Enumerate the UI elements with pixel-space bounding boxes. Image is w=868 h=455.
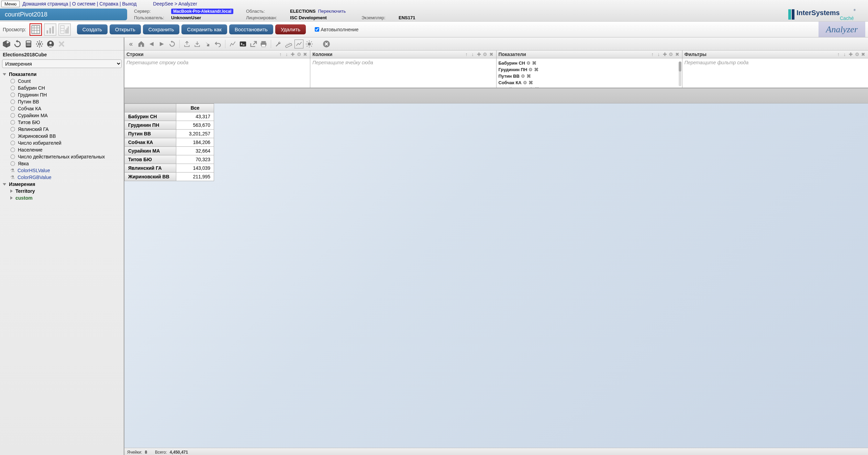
forward-icon[interactable]: ► (157, 40, 166, 48)
pivot-col-header[interactable]: Все (176, 104, 214, 112)
tree-measure-item[interactable]: Число действительных избирательных (0, 153, 124, 160)
tree-measure-item[interactable]: Count (0, 78, 124, 85)
save-button[interactable]: Сохранить (143, 24, 180, 34)
pivot-cell[interactable]: 70,323 (176, 155, 214, 164)
tree-measure-item[interactable]: Явка (0, 160, 124, 167)
pivot-cell[interactable]: 211,995 (176, 173, 214, 181)
tree-measure-item[interactable]: Население (0, 146, 124, 153)
menu-button[interactable]: Меню (1, 1, 20, 7)
pivot-row-header[interactable]: Жириновский ВВ (125, 173, 176, 181)
dz-measure-item[interactable]: Собчак КА ⚙ ✖ (499, 79, 680, 86)
pivot-cell[interactable]: 32,664 (176, 147, 214, 155)
autorun-checkbox[interactable] (315, 27, 319, 32)
sort-down-icon[interactable]: ↓ (842, 52, 847, 57)
dz-measure-item[interactable]: Бабурин СН ⚙ ✖ (499, 60, 680, 66)
switch-ns-link[interactable]: Переключить (318, 9, 346, 14)
view-chart-icon[interactable] (44, 23, 56, 36)
user-icon[interactable] (46, 40, 55, 48)
tree-measure-item[interactable]: Явлинский ГА (0, 126, 124, 133)
pivot-cell[interactable]: 3,201,257 (176, 130, 214, 138)
dz-measure-item[interactable]: Сурайкин МА ⚙ ✖ (499, 86, 680, 88)
dz-filters[interactable]: Фильтры ↑ ↓ ✚ ⚙ ✖ Перетащите фильтр сюда (682, 51, 868, 88)
view-table-icon[interactable] (30, 23, 42, 36)
sort-up-icon[interactable]: ↑ (836, 52, 841, 57)
gear-icon[interactable]: ⚙ (296, 52, 302, 57)
tree-measure-item[interactable]: Число избирателей (0, 140, 124, 146)
saveas-button[interactable]: Сохранить как (181, 24, 227, 34)
create-button[interactable]: Создать (77, 24, 108, 34)
link-about[interactable]: О системе (72, 1, 96, 7)
remove-icon[interactable]: ✖ (489, 52, 494, 57)
tree-measure-item[interactable]: Путин ВВ (0, 98, 124, 105)
cube-icon[interactable] (2, 40, 11, 48)
gear-icon[interactable]: ⚙ (482, 52, 488, 57)
back-icon[interactable]: ◄ (147, 40, 156, 48)
remove-icon[interactable]: ✖ (535, 86, 539, 88)
trend-icon[interactable] (294, 40, 303, 48)
remove-icon[interactable]: ✖ (534, 66, 538, 73)
gear-icon[interactable]: ⚙ (528, 67, 533, 72)
tree-measure-item[interactable]: ⚗ColorHSLValue (0, 167, 124, 174)
tree-measure-item[interactable]: Сурайкин МА (0, 112, 124, 119)
pivot-cell[interactable]: 563,670 (176, 121, 214, 130)
tree-measure-item[interactable]: ⚗ColorRGBValue (0, 174, 124, 181)
drill-icon[interactable] (203, 40, 212, 48)
undo-icon[interactable] (213, 40, 222, 48)
sun-icon[interactable] (305, 40, 314, 48)
chart-line-icon[interactable] (228, 40, 237, 48)
pivot-row-header[interactable]: Собчак КА (125, 138, 176, 147)
gear-icon[interactable]: ⚙ (854, 52, 860, 57)
tree-measure-item[interactable]: Грудинин ПН (0, 91, 124, 98)
sort-up-icon[interactable]: ↑ (464, 52, 469, 57)
tree-measure-item[interactable]: Бабурин СН (0, 85, 124, 91)
delete-button[interactable]: Удалить (275, 24, 306, 34)
sort-up-icon[interactable]: ↑ (278, 52, 283, 57)
dimension-select[interactable]: Измерения (2, 59, 122, 68)
autorun-checkbox-wrap[interactable]: Автовыполнение (315, 27, 358, 32)
gear-icon[interactable]: ⚙ (521, 74, 525, 79)
dz-measure-item[interactable]: Грудинин ПН ⚙ ✖ (499, 66, 680, 73)
tree-measures-root[interactable]: Показатели (0, 71, 124, 78)
link-exit[interactable]: Выход (122, 1, 137, 7)
add-icon[interactable]: ✚ (848, 52, 854, 57)
gear-icon[interactable] (35, 40, 44, 48)
ruler-icon[interactable] (284, 40, 293, 48)
dz-measures[interactable]: Показатели ↑ ↓ ✚ ⚙ ✖ Бабурин СН ⚙ ✖Груди… (497, 51, 682, 88)
reload-icon[interactable] (168, 40, 177, 48)
dz-rows[interactable]: Строки ↑ ↓ ✚ ⚙ ✖ Перетащите строку сюда (124, 51, 310, 88)
remove-icon[interactable]: ✖ (675, 52, 680, 57)
gear-icon[interactable]: ⚙ (523, 80, 527, 85)
remove-icon[interactable]: ✖ (860, 52, 866, 57)
view-both-icon[interactable] (58, 23, 71, 36)
pivot-cell[interactable]: 43,317 (176, 112, 214, 121)
dz-measure-item[interactable]: Путин ВВ ⚙ ✖ (499, 73, 680, 79)
pivot-row-header[interactable]: Явлинский ГА (125, 164, 176, 173)
tree-dimensions-root[interactable]: Измерения (0, 181, 124, 188)
sort-down-icon[interactable]: ↓ (284, 52, 289, 57)
remove-icon[interactable]: ✖ (532, 60, 536, 66)
tree-measure-item[interactable]: Собчак КА (0, 105, 124, 112)
pivot-row-header[interactable]: Грудинин ПН (125, 121, 176, 130)
close-panel-icon[interactable] (322, 40, 331, 48)
sort-down-icon[interactable]: ↓ (656, 52, 661, 57)
add-icon[interactable]: ✚ (662, 52, 668, 57)
export-icon[interactable] (182, 40, 191, 48)
pivot-cell[interactable]: 184,206 (176, 138, 214, 147)
download-icon[interactable] (193, 40, 202, 48)
bc-cur[interactable]: Analyzer (178, 1, 197, 7)
calculator-icon[interactable] (24, 40, 33, 48)
bc-root[interactable]: DeepSee (153, 1, 173, 7)
dz-cols[interactable]: Колонки ↑ ↓ ✚ ⚙ ✖ Перетащите ячейку сюда (310, 51, 496, 88)
add-icon[interactable]: ✚ (476, 52, 482, 57)
gear-icon[interactable]: ⚙ (526, 60, 531, 66)
open-button[interactable]: Открыть (110, 24, 141, 34)
home-icon[interactable] (137, 40, 146, 48)
pivot-cell[interactable]: 143,039 (176, 164, 214, 173)
restore-button[interactable]: Восстановить (229, 24, 273, 34)
tree-measure-item[interactable]: Жириновский ВВ (0, 133, 124, 140)
link-home[interactable]: Домашняя страница (22, 1, 68, 7)
pivot-row-header[interactable]: Путин ВВ (125, 130, 176, 138)
tree-measure-item[interactable]: Титов БЮ (0, 119, 124, 126)
tree-dimension-item[interactable]: Territory (0, 188, 124, 195)
close-icon[interactable] (57, 40, 66, 48)
